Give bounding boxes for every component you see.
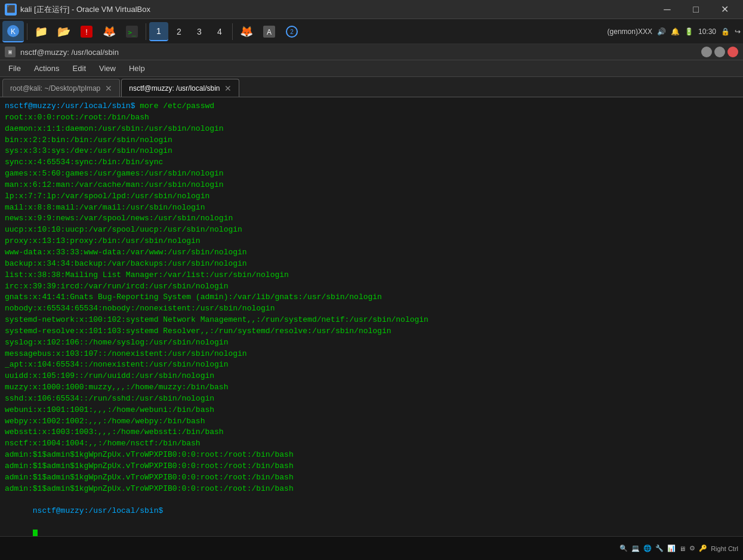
window-title-bar: ▣ nsctf@muzzy: /usr/local/sbin: [5, 47, 119, 57]
window-chrome: ▣ nsctf@muzzy: /usr/local/sbin: [0, 44, 743, 60]
term-line-33: admin:$1$admin$1kgWpnZpUx.vTroWPXPIB0:0:…: [5, 472, 738, 484]
term-line-25: muzzy:x:1000:1000:muzzy,,,:/home/muzzy:/…: [5, 382, 738, 393]
statusbar-icon-6: 🖥: [679, 545, 686, 552]
tabs: root@kali: ~/Desktop/tplmap ✕ nsctf@muzz…: [0, 77, 743, 97]
terminal-command: more /etc/passwd: [135, 101, 214, 110]
tab-sbin-close[interactable]: ✕: [224, 84, 232, 93]
term-line-2: daemon:x:1:1:daemon:/usr/sbin:/usr/sbin/…: [5, 124, 738, 135]
tab-sbin-label: nsctf@muzzy: /usr/local/sbin: [129, 84, 220, 93]
taskbar-volume-icon: 🔊: [657, 27, 666, 36]
svg-text:A: A: [267, 28, 272, 36]
taskbar-right: (genmon)XXX 🔊 🔔 🔋 10:30 🔒 ↪: [608, 27, 741, 36]
taskbar-kali-icon[interactable]: K: [2, 21, 24, 42]
term-line-4: sys:x:3:3:sys:/dev:/usr/sbin/nologin: [5, 146, 738, 157]
os-icon: ⬛: [5, 4, 17, 16]
os-minimize-button[interactable]: ─: [653, 0, 681, 19]
statusbar-icon-3: 🌐: [643, 544, 652, 552]
os-title: kali [正在运行] - Oracle VM VirtualBox: [20, 4, 150, 15]
menu-file[interactable]: File: [2, 61, 27, 75]
statusbar-icon-4: 🔧: [655, 544, 664, 552]
titlebar-left: ⬛ kali [正在运行] - Oracle VM VirtualBox: [5, 4, 150, 16]
titlebar-controls: ─ □ ✕: [653, 0, 738, 19]
taskbar-firefox-icon[interactable]: 🦊: [98, 21, 120, 42]
window-chrome-controls[interactable]: [701, 47, 738, 57]
term-line-8: lp:x:7:7:lp:/var/spool/lpd:/usr/sbin/nol…: [5, 191, 738, 202]
term-line-24: uuidd:x:105:109::/run/uuidd:/usr/sbin/no…: [5, 371, 738, 382]
term-line-31: admin:$1$admin$1kgWpnZpUx.vTroWPXPIB0:0:…: [5, 450, 738, 461]
terminal-window: ▣ nsctf@muzzy: /usr/local/sbin File Acti…: [0, 44, 743, 536]
tab-tplmap-close[interactable]: ✕: [105, 84, 112, 93]
term-line-28: webpy:x:1002:1002:,,,:/home/webpy:/bin/b…: [5, 416, 738, 427]
term-line-32: admin:$1$admin$1kgWpnZpUx.vTroWPXPIB0:0:…: [5, 461, 738, 472]
taskbar-separator-2: [146, 23, 146, 40]
taskbar-workspace-4[interactable]: 4: [210, 22, 229, 41]
term-line-34: admin:$1$admin$1kgWpnZpUx.vTroWPXPIB0:0:…: [5, 484, 738, 495]
taskbar-terminal-icon[interactable]: >_: [121, 21, 143, 42]
statusbar-icon-1: 🔍: [619, 544, 628, 552]
taskbar-folder-icon[interactable]: 📁: [30, 21, 52, 42]
term-line-3: bin:x:2:2:bin:/bin:/usr/sbin/nologin: [5, 135, 738, 146]
os-maximize-button[interactable]: □: [682, 0, 710, 19]
term-line-7: man:x:6:12:man:/var/cache/man:/usr/sbin/…: [5, 180, 738, 191]
taskbar-red-icon[interactable]: !: [76, 21, 97, 42]
taskbar-separator-3: [232, 23, 233, 40]
taskbar-separator-1: [27, 23, 27, 40]
svg-text:2: 2: [290, 29, 294, 35]
taskbar-logout-icon: ↪: [735, 27, 741, 36]
term-line-30: nsctf:x:1004:1004:,,:/home/nsctf:/bin/ba…: [5, 438, 738, 450]
statusbar-icons: 🔍 💻 🌐 🔧 📊 🖥 ⚙ 🔑 Right Ctrl: [619, 544, 738, 552]
svg-text:!: !: [85, 27, 88, 36]
menu-actions[interactable]: Actions: [28, 61, 66, 75]
menu-view[interactable]: View: [93, 61, 122, 75]
os-titlebar: ⬛ kali [正在运行] - Oracle VM VirtualBox ─ □…: [0, 0, 743, 19]
taskbar-session: (genmon)XXX: [608, 27, 652, 36]
term-line-29: webssti:x:1003:1003:,,,:/home/webssti:/b…: [5, 427, 738, 438]
term-line-27: webuni:x:1001:1001:,,,:/home/webuni:/bin…: [5, 405, 738, 416]
window-app-icon: ▣: [5, 47, 16, 57]
terminal-cursor: [33, 530, 38, 536]
term-line-5: sync:x:4:65534:sync:/bin:/bin/sync: [5, 157, 738, 168]
tab-tplmap[interactable]: root@kali: ~/Desktop/tplmap ✕: [2, 79, 120, 97]
terminal-cursor-space: [33, 518, 38, 527]
taskbar-extra-icon[interactable]: 2: [281, 21, 303, 42]
term-line-10: news:x:9:9:news:/var/spool/news:/usr/sbi…: [5, 213, 738, 224]
statusbar-right-text: Right Ctrl: [711, 545, 738, 552]
statusbar-icon-8: 🔑: [699, 544, 707, 552]
term-line-12: proxy:x:13:13:proxy:/bin:/usr/sbin/nolog…: [5, 236, 738, 247]
term-line-15: list:x:38:38:Mailing List Manager:/var/l…: [5, 270, 738, 281]
term-line-26: sshd:x:106:65534::/run/sshd:/usr/sbin/no…: [5, 393, 738, 405]
terminal-final-prompt-line: nsctf@muzzy:/usr/local/sbin$: [5, 495, 738, 536]
window-minimize-button[interactable]: [701, 47, 712, 57]
term-line-11: uucp:x:10:10:uucp:/var/spool/uucp:/usr/s…: [5, 224, 738, 236]
svg-text:K: K: [11, 27, 16, 36]
taskbar-files-icon[interactable]: 📂: [53, 21, 75, 42]
taskbar-battery-icon: 🔋: [685, 27, 693, 36]
menu-help[interactable]: Help: [123, 61, 151, 75]
term-line-20: systemd-resolve:x:101:103:systemd Resolv…: [5, 326, 738, 337]
taskbar-workspace-1[interactable]: 1: [149, 22, 168, 41]
taskbar-notification-icon: 🔔: [671, 27, 680, 36]
taskbar-firefox2-icon[interactable]: 🦊: [236, 21, 257, 42]
term-line-19: systemd-network:x:100:102:systemd Networ…: [5, 315, 738, 326]
terminal-final-prompt: nsctf@muzzy:/usr/local/sbin$: [33, 506, 163, 515]
statusbar-icon-7: ⚙: [689, 544, 695, 552]
taskbar-time: 10:30: [698, 27, 716, 36]
terminal-output[interactable]: nsctf@muzzy:/usr/local/sbin$ more /etc/p…: [0, 97, 743, 536]
term-line-21: syslog:x:102:106::/home/syslog:/usr/sbin…: [5, 337, 738, 349]
tab-tplmap-label: root@kali: ~/Desktop/tplmap: [10, 84, 100, 93]
term-line-1: root:x:0:0:root:/root:/bin/bash: [5, 112, 738, 124]
tab-sbin[interactable]: nsctf@muzzy: /usr/local/sbin ✕: [121, 79, 239, 97]
window-title: nsctf@muzzy: /usr/local/sbin: [20, 48, 119, 57]
term-line-23: _apt:x:104:65534::/nonexistent:/usr/sbin…: [5, 359, 738, 371]
svg-text:>_: >_: [128, 29, 136, 36]
menu-edit[interactable]: Edit: [67, 61, 92, 75]
taskbar-workspace-2[interactable]: 2: [169, 22, 189, 41]
statusbar-icon-5: 📊: [667, 544, 676, 552]
taskbar-appicon-icon[interactable]: A: [258, 21, 280, 42]
window-maximize-button[interactable]: [714, 47, 725, 57]
os-close-button[interactable]: ✕: [711, 0, 738, 19]
window-close-button[interactable]: [727, 47, 738, 57]
taskbar: K 📁 📂 ! 🦊 >_ 1 2 3 4 🦊 A 2 (genmon)XXX: [0, 19, 743, 44]
taskbar-workspace-3[interactable]: 3: [190, 22, 209, 41]
terminal-prompt-line: nsctf@muzzy:/usr/local/sbin$ more /etc/p…: [5, 101, 738, 112]
